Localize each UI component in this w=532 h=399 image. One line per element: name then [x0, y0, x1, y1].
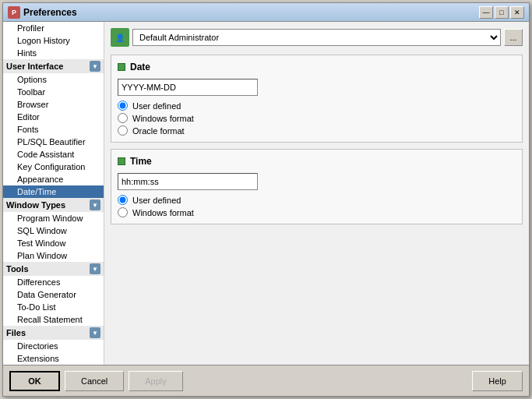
sidebar-item-profiler[interactable]: Profiler [3, 22, 104, 34]
cancel-button[interactable]: Cancel [65, 371, 124, 391]
profile-icon: 👤 [111, 28, 129, 47]
date-radio-group: User defined Windows format Oracle forma… [118, 101, 516, 136]
sidebar-item-editor[interactable]: Editor [3, 111, 104, 123]
category-arrow-icon: ▼ [90, 200, 100, 210]
date-windows-format-radio[interactable] [118, 113, 128, 123]
sidebar-item-program-window[interactable]: Program Window [3, 212, 104, 224]
time-user-defined-radio[interactable] [118, 195, 128, 205]
main-panel: 👤 Default Administrator ... Date [104, 22, 529, 365]
time-windows-format-option[interactable]: Windows format [118, 207, 516, 217]
date-section-indicator [118, 63, 125, 71]
ok-button[interactable]: OK [9, 371, 60, 391]
date-oracle-format-option[interactable]: Oracle format [118, 125, 516, 136]
date-windows-format-label: Windows format [132, 114, 194, 123]
profile-dropdown-wrap: Default Administrator [132, 29, 501, 46]
footer: OK Cancel Apply Help [3, 365, 529, 396]
maximize-button[interactable]: □ [495, 6, 509, 19]
sidebar-item-hints[interactable]: Hints [3, 47, 104, 59]
date-user-defined-label: User defined [132, 101, 181, 111]
sidebar-item-to-do-list[interactable]: To-Do List [3, 301, 104, 313]
sidebar-item-directories[interactable]: Directories [3, 340, 104, 352]
sidebar-category-user-interface[interactable]: User Interface ▼ [3, 59, 104, 73]
date-windows-format-option[interactable]: Windows format [118, 113, 516, 123]
close-button[interactable]: ✕ [510, 6, 524, 19]
sidebar-item-data-generator[interactable]: Data Generator [3, 288, 104, 301]
profile-row: 👤 Default Administrator ... [111, 28, 523, 47]
sidebar-category-label: Window Types [6, 200, 65, 210]
time-radio-group: User defined Windows format [118, 195, 516, 217]
time-windows-format-label: Windows format [132, 208, 194, 217]
sidebar-category-window-types[interactable]: Window Types ▼ [3, 198, 104, 212]
time-user-defined-option[interactable]: User defined [118, 195, 516, 205]
window-title: Preferences [23, 7, 476, 18]
date-section: Date User defined Windows format Oracle … [111, 55, 523, 143]
sidebar-item-test-window[interactable]: Test Window [3, 237, 104, 249]
sidebar-category-files[interactable]: Files ▼ [3, 326, 104, 340]
time-section: Time User defined Windows format [111, 149, 523, 224]
sidebar-item-recall-statement[interactable]: Recall Statement [3, 313, 104, 326]
category-arrow-icon: ▼ [90, 263, 100, 274]
category-arrow-icon: ▼ [90, 61, 100, 72]
time-section-header: Time [118, 156, 516, 167]
time-section-indicator [118, 157, 125, 165]
sidebar-item-key-configuration[interactable]: Key Configuration [3, 161, 104, 173]
sidebar-item-browser[interactable]: Browser [3, 98, 104, 111]
sidebar-item-extensions[interactable]: Extensions [3, 352, 104, 365]
sidebar-category-label: Files [6, 328, 26, 337]
help-button[interactable]: Help [472, 371, 523, 391]
date-section-header: Date [118, 62, 516, 72]
app-icon: P [8, 6, 20, 19]
sidebar-category-label: Tools [6, 264, 29, 274]
sidebar-item-logon-history[interactable]: Logon History [3, 34, 104, 47]
content-area: Profiler Logon History Hints User Interf… [3, 22, 529, 365]
sidebar-item-plsql-beautifier[interactable]: PL/SQL Beautifier [3, 136, 104, 148]
apply-button[interactable]: Apply [129, 371, 183, 391]
sidebar: Profiler Logon History Hints User Interf… [3, 22, 104, 365]
minimize-button[interactable]: — [479, 6, 493, 19]
sidebar-item-fonts[interactable]: Fonts [3, 123, 104, 136]
date-oracle-format-label: Oracle format [132, 126, 185, 136]
date-user-defined-option[interactable]: User defined [118, 101, 516, 111]
date-oracle-format-radio[interactable] [118, 125, 128, 136]
date-format-input[interactable] [118, 79, 258, 96]
date-section-title: Date [130, 62, 150, 72]
time-section-title: Time [130, 156, 152, 167]
sidebar-item-date-time[interactable]: Date/Time [3, 185, 104, 198]
sidebar-item-plan-window[interactable]: Plan Window [3, 249, 104, 262]
sidebar-item-options[interactable]: Options [3, 73, 104, 86]
profile-dropdown[interactable]: Default Administrator [132, 29, 501, 46]
profile-more-button[interactable]: ... [504, 29, 523, 46]
sidebar-item-sql-window[interactable]: SQL Window [3, 224, 104, 237]
sidebar-item-appearance[interactable]: Appearance [3, 173, 104, 185]
preferences-window: P Preferences — □ ✕ Profiler Logon Histo… [2, 2, 530, 397]
time-user-defined-label: User defined [132, 196, 181, 205]
sidebar-category-label: User Interface [6, 62, 63, 71]
sidebar-item-differences[interactable]: Differences [3, 276, 104, 288]
sidebar-category-tools[interactable]: Tools ▼ [3, 262, 104, 276]
date-user-defined-radio[interactable] [118, 101, 128, 111]
time-windows-format-radio[interactable] [118, 207, 128, 217]
category-arrow-icon: ▼ [90, 327, 100, 338]
sidebar-item-code-assistant[interactable]: Code Assistant [3, 148, 104, 161]
titlebar: P Preferences — □ ✕ [3, 3, 529, 22]
time-format-input[interactable] [118, 173, 258, 190]
sidebar-item-toolbar[interactable]: Toolbar [3, 86, 104, 98]
titlebar-buttons: — □ ✕ [479, 6, 524, 19]
